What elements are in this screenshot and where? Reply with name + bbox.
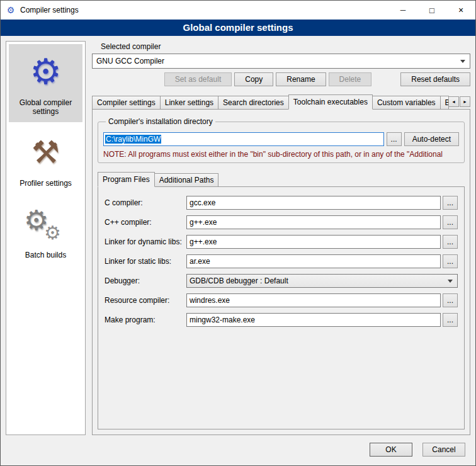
maximize-button[interactable]: □ bbox=[417, 1, 446, 20]
c-compiler-value: gcc.exe bbox=[190, 198, 215, 207]
field-row-static-linker: Linker for static libs: ar.exe ... bbox=[105, 254, 458, 268]
sidebar-item-global-compiler-settings[interactable]: ⚙ Global compiler settings bbox=[9, 44, 82, 122]
chevron-down-icon bbox=[448, 280, 453, 283]
settings-tabs: Compiler settings Linker settings Search… bbox=[92, 94, 470, 109]
tab-build-options[interactable]: Build bbox=[440, 96, 449, 109]
static-linker-input[interactable]: ar.exe bbox=[186, 254, 441, 268]
debugger-select-value: GDB/CDB debugger : Default bbox=[190, 276, 288, 285]
cpp-compiler-value: g++.exe bbox=[190, 218, 217, 227]
c-compiler-input[interactable]: gcc.exe bbox=[186, 196, 441, 210]
dialog-body: ⚙ Global compiler settings ⚒ Profiler se… bbox=[1, 36, 475, 440]
installation-directory-group-title: Compiler's installation directory bbox=[106, 117, 215, 126]
resource-compiler-value: windres.exe bbox=[190, 296, 230, 305]
resource-compiler-input[interactable]: windres.exe bbox=[186, 293, 441, 307]
ok-button[interactable]: OK bbox=[370, 443, 412, 457]
app-icon: ⚙ bbox=[6, 5, 16, 15]
settings-category-sidebar: ⚙ Global compiler settings ⚒ Profiler se… bbox=[6, 41, 86, 435]
cancel-button[interactable]: Cancel bbox=[422, 443, 465, 457]
subtab-program-files[interactable]: Program Files bbox=[98, 172, 155, 187]
static-linker-browse-button[interactable]: ... bbox=[443, 254, 458, 268]
resource-compiler-browse-button[interactable]: ... bbox=[443, 293, 458, 307]
static-linker-value: ar.exe bbox=[190, 257, 210, 266]
static-linker-label: Linker for static libs: bbox=[105, 257, 186, 266]
close-button[interactable]: × bbox=[446, 1, 475, 20]
tab-custom-variables[interactable]: Custom variables bbox=[372, 96, 441, 109]
profiler-hammer-icon: ⚒ bbox=[10, 130, 81, 175]
tab-scroll-left-icon[interactable]: ◄ bbox=[448, 96, 459, 107]
copy-button[interactable]: Copy bbox=[234, 72, 273, 86]
batch-builds-gears-icon: ⚙ ⚙ bbox=[10, 202, 81, 247]
tab-scroll-right-icon[interactable]: ► bbox=[460, 96, 470, 107]
tab-search-directories[interactable]: Search directories bbox=[218, 96, 289, 109]
auto-detect-button[interactable]: Auto-detect bbox=[404, 132, 459, 146]
sidebar-item-label: Batch builds bbox=[10, 251, 81, 259]
tab-compiler-settings[interactable]: Compiler settings bbox=[92, 96, 161, 109]
resource-compiler-label: Resource compiler: bbox=[105, 296, 186, 305]
make-program-value: mingw32-make.exe bbox=[190, 315, 255, 324]
dynamic-linker-label: Linker for dynamic libs: bbox=[105, 237, 186, 246]
compiler-settings-dialog: ⚙ Compiler settings ─ □ × Global compile… bbox=[0, 0, 476, 466]
sidebar-item-label: Profiler settings bbox=[10, 179, 81, 188]
dynamic-linker-value: g++.exe bbox=[190, 237, 217, 246]
field-row-debugger: Debugger: GDB/CDB debugger : Default bbox=[105, 274, 458, 288]
sidebar-item-batch-builds[interactable]: ⚙ ⚙ Batch builds bbox=[9, 196, 82, 266]
window-controls: ─ □ × bbox=[388, 1, 475, 20]
browse-directory-button[interactable]: ... bbox=[387, 132, 402, 146]
field-row-dynamic-linker: Linker for dynamic libs: g++.exe ... bbox=[105, 235, 458, 249]
dynamic-linker-browse-button[interactable]: ... bbox=[443, 235, 458, 249]
sidebar-item-profiler-settings[interactable]: ⚒ Profiler settings bbox=[9, 125, 82, 194]
window-title: Compiler settings bbox=[20, 6, 79, 14]
installation-directory-group: Compiler's installation directory C:\ray… bbox=[98, 117, 465, 163]
field-row-make-program: Make program: mingw32-make.exe ... bbox=[105, 313, 458, 327]
field-row-resource-compiler: Resource compiler: windres.exe ... bbox=[105, 293, 458, 307]
program-tabs: Program Files Additional Paths bbox=[98, 172, 465, 186]
minimize-button[interactable]: ─ bbox=[388, 1, 417, 20]
make-program-label: Make program: bbox=[105, 315, 186, 324]
compiler-actions: Set as default Copy Rename Delete Reset … bbox=[92, 72, 470, 86]
installation-directory-row: C:\raylib\MinGW ... Auto-detect bbox=[103, 132, 459, 146]
field-row-c-compiler: C compiler: gcc.exe ... bbox=[105, 196, 458, 210]
main-content: Selected compiler GNU GCC Compiler Set a… bbox=[92, 41, 470, 435]
small-gear-icon: ⚙ bbox=[44, 222, 61, 244]
make-program-input[interactable]: mingw32-make.exe bbox=[186, 313, 441, 327]
global-compiler-gear-icon: ⚙ bbox=[10, 49, 81, 94]
installation-directory-input[interactable]: C:\raylib\MinGW bbox=[103, 132, 384, 146]
titlebar[interactable]: ⚙ Compiler settings ─ □ × bbox=[1, 1, 475, 20]
field-row-cpp-compiler: C++ compiler: g++.exe ... bbox=[105, 215, 458, 229]
bin-subdirectory-note: NOTE: All programs must exist either in … bbox=[103, 150, 459, 159]
program-files-panel: C compiler: gcc.exe ... C++ compiler: g+… bbox=[98, 186, 465, 429]
rename-button[interactable]: Rename bbox=[276, 72, 326, 86]
debugger-label: Debugger: bbox=[105, 276, 186, 285]
dynamic-linker-input[interactable]: g++.exe bbox=[186, 235, 441, 249]
dialog-footer: OK Cancel bbox=[1, 440, 475, 465]
cpp-compiler-input[interactable]: g++.exe bbox=[186, 215, 441, 229]
tab-toolchain-executables[interactable]: Toolchain executables bbox=[288, 94, 373, 110]
compiler-select-value: GNU GCC Compiler bbox=[96, 57, 164, 65]
dialog-banner-title: Global compiler settings bbox=[1, 20, 475, 36]
cpp-compiler-browse-button[interactable]: ... bbox=[443, 215, 458, 229]
selected-compiler-label: Selected compiler bbox=[101, 42, 470, 51]
delete-button[interactable]: Delete bbox=[329, 72, 372, 86]
c-compiler-label: C compiler: bbox=[105, 198, 186, 207]
reset-defaults-button[interactable]: Reset defaults bbox=[400, 72, 470, 86]
sidebar-item-label: Global compiler settings bbox=[10, 98, 81, 116]
set-as-default-button[interactable]: Set as default bbox=[164, 72, 232, 86]
cpp-compiler-label: C++ compiler: bbox=[105, 218, 186, 227]
make-program-browse-button[interactable]: ... bbox=[443, 313, 458, 327]
tab-scrollers: ◄ ► bbox=[448, 96, 470, 107]
subtab-additional-paths[interactable]: Additional Paths bbox=[154, 173, 219, 186]
toolchain-executables-panel: Compiler's installation directory C:\ray… bbox=[92, 109, 470, 435]
debugger-select[interactable]: GDB/CDB debugger : Default bbox=[186, 274, 458, 288]
tab-linker-settings[interactable]: Linker settings bbox=[160, 96, 218, 109]
chevron-down-icon bbox=[460, 60, 465, 63]
c-compiler-browse-button[interactable]: ... bbox=[443, 196, 458, 210]
compiler-select[interactable]: GNU GCC Compiler bbox=[92, 54, 470, 69]
installation-directory-value: C:\raylib\MinGW bbox=[105, 135, 161, 144]
